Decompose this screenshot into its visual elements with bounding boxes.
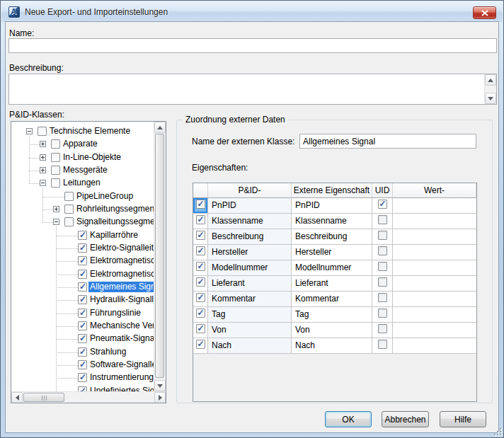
table-row[interactable]: KlassennameKlassenname	[193, 214, 476, 229]
wert-cell[interactable]	[393, 260, 476, 276]
tree-item[interactable]: Instrumentierungs-Zub	[11, 371, 154, 384]
expand-icon[interactable]	[40, 167, 46, 173]
row-select-cell[interactable]	[193, 276, 208, 292]
uid-cell[interactable]	[372, 229, 393, 245]
checked-checkbox[interactable]	[196, 231, 205, 240]
unchecked-checkbox[interactable]	[378, 246, 387, 255]
column-header-p-id-[interactable]: P&ID-	[208, 183, 292, 198]
pid-property-cell[interactable]: Tag	[208, 307, 292, 323]
checked-checkbox[interactable]	[78, 295, 87, 304]
table-row[interactable]: ModellnummerModellnummer	[193, 260, 476, 276]
uid-cell[interactable]	[372, 260, 393, 276]
wert-cell[interactable]	[393, 198, 476, 214]
column-header-select[interactable]	[193, 183, 208, 198]
tree-item[interactable]: Pneumatik-Signalleitun	[11, 333, 154, 345]
row-select-cell[interactable]	[193, 229, 208, 245]
description-scrollbar[interactable]	[484, 74, 496, 104]
uid-cell[interactable]	[372, 307, 393, 323]
tree-item-label[interactable]: Hydraulik-Signalleitung	[88, 294, 154, 305]
wert-cell[interactable]	[393, 214, 476, 229]
tree-item[interactable]: Führungslinie	[11, 307, 154, 320]
row-select-cell[interactable]	[193, 198, 208, 214]
external-property-cell[interactable]: Von	[292, 323, 372, 338]
pid-property-cell[interactable]: Modellnummer	[208, 260, 292, 276]
help-button[interactable]: Hilfe	[440, 411, 486, 427]
table-row[interactable]: VonVon	[193, 323, 476, 338]
checked-checkbox[interactable]	[78, 386, 87, 391]
row-select-cell[interactable]	[193, 214, 208, 229]
unchecked-checkbox[interactable]	[378, 340, 387, 349]
uid-cell[interactable]	[372, 245, 393, 260]
tree-item-label[interactable]: Rohrleitungssegmente	[75, 204, 154, 214]
wert-cell[interactable]	[393, 307, 476, 323]
checked-checkbox[interactable]	[196, 200, 205, 209]
unchecked-checkbox[interactable]	[378, 324, 387, 333]
scroll-up-button[interactable]	[485, 74, 496, 86]
external-property-cell[interactable]: Modellnummer	[292, 260, 372, 276]
table-row[interactable]: HerstellerHersteller	[193, 245, 476, 260]
description-textarea-input[interactable]	[9, 74, 483, 104]
checked-checkbox[interactable]	[196, 293, 205, 302]
table-row[interactable]: KommentarKommentar	[193, 292, 476, 307]
wert-cell[interactable]	[393, 338, 476, 354]
tree-item[interactable]: Rohrleitungssegmente	[11, 203, 154, 216]
row-select-cell[interactable]	[193, 245, 208, 260]
description-textarea[interactable]	[8, 74, 497, 105]
checked-checkbox[interactable]	[78, 270, 87, 279]
tree-item[interactable]: Kapillarröhre	[11, 229, 154, 242]
tree-item-label[interactable]: Führungslinie	[88, 308, 142, 318]
uid-cell[interactable]	[372, 198, 393, 214]
checked-checkbox[interactable]	[196, 246, 205, 255]
external-property-cell[interactable]: Kommentar	[292, 292, 372, 307]
tree-item[interactable]: Elektro-Signalleitung	[11, 242, 154, 255]
unchecked-checkbox[interactable]	[378, 277, 387, 287]
table-row[interactable]: LieferantLieferant	[193, 276, 476, 292]
tree-item[interactable]: Elektromagnetisches S	[11, 255, 154, 267]
tree-scroll-left-button[interactable]	[11, 392, 23, 403]
tree-item[interactable]: Strahlung	[11, 346, 154, 359]
tree-item-label[interactable]: Technische Elemente	[48, 126, 132, 137]
checked-checkbox[interactable]	[78, 347, 87, 357]
expand-icon[interactable]	[40, 154, 46, 161]
unchecked-checkbox[interactable]	[51, 139, 60, 149]
tree-item-label[interactable]: Messgeräte	[62, 165, 109, 175]
tree-vertical-scrollbar[interactable]	[154, 122, 166, 391]
checked-checkbox[interactable]	[196, 215, 205, 224]
tree-item-label[interactable]: Elektro-Signalleitung	[88, 243, 154, 253]
column-header-wert-[interactable]: Wert-	[393, 183, 476, 198]
unchecked-checkbox[interactable]	[64, 204, 74, 214]
resize-grip-icon[interactable]	[493, 427, 501, 435]
tree-scroll-right-button[interactable]	[154, 392, 166, 403]
row-select-cell[interactable]	[193, 338, 208, 354]
tree-scroll-up-button[interactable]	[154, 122, 166, 133]
checked-checkbox[interactable]	[78, 256, 87, 265]
ok-button[interactable]: OK	[325, 411, 372, 427]
checked-checkbox[interactable]	[78, 321, 87, 330]
pid-property-cell[interactable]: Hersteller	[208, 245, 292, 260]
tree-hscroll-thumb[interactable]	[23, 393, 64, 402]
checked-checkbox[interactable]	[196, 309, 205, 318]
tree-item-label[interactable]: In-Line-Objekte	[62, 152, 122, 163]
checked-checkbox[interactable]	[196, 340, 205, 349]
tree-item-label[interactable]: Elektromagnetisches S	[88, 255, 154, 266]
tree-item-label[interactable]: Instrumentierungs-Zub	[88, 372, 154, 383]
unchecked-checkbox[interactable]	[378, 309, 387, 318]
uid-cell[interactable]	[372, 214, 393, 229]
pid-property-cell[interactable]: PnPID	[208, 198, 292, 214]
uid-cell[interactable]	[372, 276, 393, 292]
unchecked-checkbox[interactable]	[51, 178, 60, 188]
unchecked-checkbox[interactable]	[378, 215, 387, 224]
tree-item[interactable]: Undefiniertes Signal	[11, 385, 154, 391]
pid-property-cell[interactable]: Kommentar	[208, 292, 292, 307]
tree-item[interactable]: Software-Signalleitung	[11, 359, 154, 371]
unchecked-checkbox[interactable]	[51, 153, 60, 162]
checked-checkbox[interactable]	[78, 373, 87, 382]
title-bar[interactable]: Neue Export- und Importeinstellungen	[1, 1, 503, 22]
tree-item[interactable]: In-Line-Objekte	[11, 151, 154, 164]
unchecked-checkbox[interactable]	[378, 262, 387, 271]
column-header-uid[interactable]: UID	[372, 183, 393, 198]
tree-item-label[interactable]: PipeLineGroup	[75, 191, 134, 202]
external-property-cell[interactable]: Klassenname	[292, 214, 372, 229]
row-select-cell[interactable]	[193, 323, 208, 338]
unchecked-checkbox[interactable]	[64, 192, 74, 201]
